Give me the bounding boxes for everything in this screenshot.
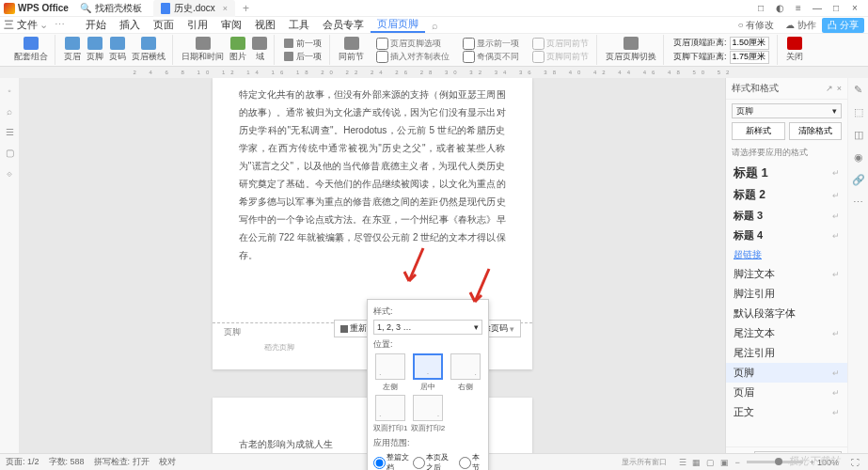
document-area[interactable]: 特定文化共有的故事，但没有外部来源的支持（例如亚瑟王周围的故事）。通常被归为文化… [19, 78, 725, 470]
ribbon-footer[interactable]: 页脚 [84, 37, 106, 63]
footer-tag[interactable]: 稻壳页脚 [264, 342, 294, 352]
add-tab-button[interactable]: + [243, 2, 249, 15]
ribbon-datetime[interactable]: 日期和时间 [179, 37, 227, 63]
more-icon[interactable]: ⋯ [852, 196, 865, 210]
style-item-heading2[interactable]: 标题 2↵ [726, 184, 847, 206]
view-icon[interactable]: ▢ [706, 458, 715, 467]
footer-distance-spinner[interactable]: 页脚下端距离: [673, 51, 769, 64]
ribbon-combo[interactable]: 配套组合 [11, 37, 51, 63]
layers-icon[interactable]: ◫ [852, 129, 865, 142]
ribbon-check-odd-even[interactable]: 奇偶页不同 [463, 51, 519, 63]
share-button[interactable]: 凸 分享 [822, 18, 864, 33]
scope-whole-doc[interactable]: 整篇文档 [373, 452, 409, 470]
scope-this-section[interactable]: 本节 [459, 452, 482, 470]
position-left[interactable]: 左侧 [373, 353, 408, 392]
ribbon-same-prev[interactable]: 同前节 [336, 37, 367, 63]
file-menu[interactable]: 三 文件⌄ [4, 18, 48, 32]
changes-indicator[interactable]: ○ 有修改 [733, 19, 781, 32]
header-distance-spinner[interactable]: 页眉顶端距离: [673, 37, 769, 50]
search-icon[interactable]: ⌕ [425, 20, 445, 31]
menu-member[interactable]: 会员专享 [316, 18, 371, 32]
style-item-heading3[interactable]: 标题 3↵ [726, 206, 847, 226]
ribbon-close[interactable]: 关闭 [783, 37, 806, 63]
new-style-button[interactable]: 新样式 [732, 122, 785, 140]
scope-this-page-after[interactable]: 本页及之后 [413, 452, 455, 470]
menu-more-icon[interactable]: ⋯ [48, 19, 71, 31]
ribbon-check-align-tab[interactable]: 插入对齐制表位 [376, 51, 450, 63]
tool-icon[interactable]: ⌕ [4, 106, 15, 118]
window-button[interactable]: □ [751, 3, 770, 13]
tool-icon[interactable]: ▢ [4, 148, 15, 159]
style-item-normal[interactable]: 正文↵ [726, 402, 847, 422]
tool-icon[interactable]: ◦ [4, 86, 15, 97]
style-item-footnote-ref[interactable]: 脚注引用 [726, 284, 847, 304]
style-item-default-font[interactable]: 默认段落字体 [726, 304, 847, 323]
style-item-heading1[interactable]: 标题 1↵ [726, 162, 847, 184]
styles-list[interactable]: 标题 1↵ 标题 2↵ 标题 3↵ 标题 4↵ 超链接 脚注文本↵ 脚注引用 默… [726, 162, 847, 446]
clear-format-button[interactable]: 清除格式 [789, 122, 843, 140]
style-item-endnote-text[interactable]: 尾注文本↵ [726, 323, 847, 343]
menu-tools[interactable]: 工具 [282, 18, 316, 32]
position-duplex2[interactable]: 双面打印2 [411, 395, 446, 433]
ribbon-header-line[interactable]: 页眉横线 [129, 37, 168, 63]
shapes-icon[interactable]: ◉ [852, 151, 865, 164]
collaborate-button[interactable]: ☁ 协作 [780, 19, 822, 32]
expand-icon[interactable]: ⛶ [851, 458, 860, 467]
footer-label: 页脚 [224, 326, 241, 338]
menu-start[interactable]: 开始 [79, 18, 113, 32]
menu-insert[interactable]: 插入 [113, 18, 147, 32]
zoom-out-icon[interactable]: − [734, 458, 739, 467]
window-close-icon[interactable]: × [845, 3, 864, 13]
menu-reference[interactable]: 引用 [181, 18, 214, 32]
style-item-footer[interactable]: 页脚↵ [726, 363, 847, 383]
ribbon-check-hf-options[interactable]: 页眉页脚选项 [376, 38, 450, 50]
ribbon-page-number[interactable]: 页码 [106, 37, 129, 63]
window-menu-icon[interactable]: ≡ [789, 3, 808, 13]
tab-document[interactable]: 历史.docx × [153, 0, 235, 17]
position-duplex1[interactable]: 双面打印1 [373, 395, 408, 433]
menu-view[interactable]: 视图 [248, 18, 282, 32]
watermark: 极光下载站 [788, 454, 840, 468]
window-minimize-icon[interactable]: — [808, 3, 827, 13]
menu-review[interactable]: 审阅 [214, 18, 248, 32]
ribbon-fields[interactable]: 域 [249, 37, 270, 63]
tab-close-icon[interactable]: × [223, 4, 228, 13]
panel-close-icon[interactable]: × [837, 84, 842, 93]
position-right[interactable]: 右侧 [448, 353, 482, 392]
proofread-status[interactable]: 校对 [159, 456, 176, 468]
menu-page[interactable]: 页面 [147, 18, 181, 32]
link-icon[interactable]: 🔗 [852, 174, 865, 187]
current-style-select[interactable]: 页脚▾ [732, 103, 842, 118]
window-maximize-icon[interactable]: □ [827, 3, 845, 13]
ribbon-prev[interactable]: 前一项 [284, 38, 322, 50]
pencil-icon[interactable]: ✎ [852, 84, 865, 97]
menu-header-footer[interactable]: 页眉页脚 [371, 17, 425, 33]
ribbon-next[interactable]: 后一项 [284, 51, 322, 63]
style-item-endnote-ref[interactable]: 尾注引用 [726, 343, 847, 363]
position-center[interactable]: 居中 [411, 353, 446, 392]
style-item-hyperlink[interactable]: 超链接 [726, 245, 847, 264]
ribbon-toggle-hf[interactable]: 页眉页脚切换 [603, 37, 659, 63]
tool-icon[interactable]: ☰ [4, 127, 15, 138]
ribbon-picture[interactable]: 图片 [227, 37, 249, 63]
select-icon[interactable]: ⬚ [852, 106, 865, 119]
view-icon[interactable]: ☰ [679, 458, 687, 467]
view-icon[interactable]: ▦ [692, 458, 701, 467]
spellcheck-status[interactable]: 拼写检查: 打开 [94, 456, 150, 468]
tab-template-search[interactable]: 🔍 找稻壳模板 [72, 0, 150, 17]
ribbon-header[interactable]: 页眉 [61, 37, 84, 63]
view-icon[interactable]: ▣ [720, 458, 729, 467]
style-item-header[interactable]: 页眉↵ [726, 383, 847, 402]
page-indicator[interactable]: 页面: 1/2 [6, 456, 39, 468]
window-button[interactable]: ◐ [770, 3, 789, 13]
ribbon-check-show-prev[interactable]: 显示前一项 [463, 38, 519, 50]
style-select[interactable]: 1, 2, 3 …▾ [373, 320, 482, 335]
window-settings[interactable]: 显示所有窗口 [622, 457, 667, 467]
tool-icon[interactable]: ⟐ [4, 168, 15, 180]
panel-menu-icon[interactable]: ↗ [826, 84, 833, 93]
style-item-heading4[interactable]: 标题 4↵ [726, 226, 847, 245]
style-item-footnote-text[interactable]: 脚注文本↵ [726, 264, 847, 284]
horizontal-ruler[interactable]: 2 4 6 8 10 12 14 16 18 20 22 24 26 28 30… [0, 67, 868, 78]
word-count[interactable]: 字数: 588 [49, 456, 85, 468]
page-number-settings-popup: 样式: 1, 2, 3 …▾ 位置: 左侧 居中 右侧 双面打印1 双面打印2 … [367, 299, 489, 470]
